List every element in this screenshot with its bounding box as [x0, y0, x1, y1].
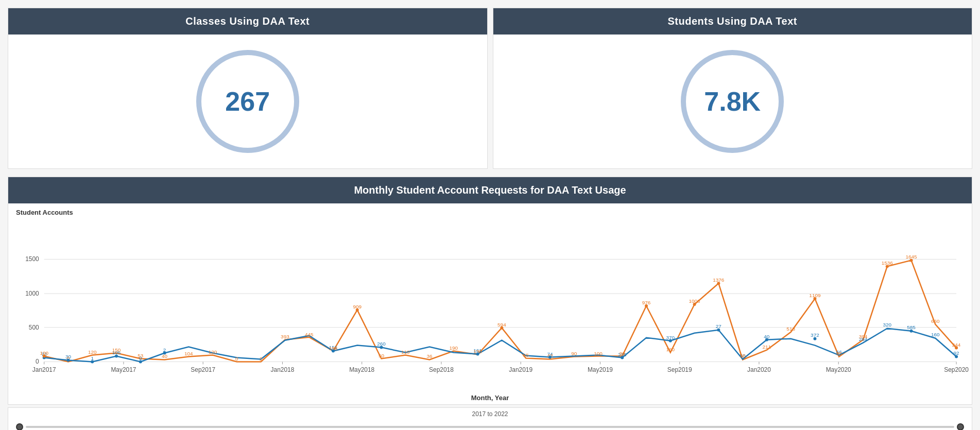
svg-text:95: 95 — [836, 351, 843, 356]
svg-text:May2020: May2020 — [826, 366, 851, 373]
svg-text:Sep2019: Sep2019 — [667, 366, 692, 373]
svg-text:27: 27 — [716, 323, 722, 329]
svg-text:1500: 1500 — [25, 255, 39, 263]
svg-text:660: 660 — [931, 318, 940, 324]
classes-circle: 267 — [196, 50, 299, 153]
svg-point-119 — [955, 347, 958, 350]
svg-text:Sep2020: Sep2020 — [944, 366, 969, 373]
timeline-start-dot[interactable] — [16, 423, 23, 430]
svg-text:May2017: May2017 — [111, 366, 136, 373]
classes-value: 267 — [225, 86, 270, 117]
svg-text:585: 585 — [907, 324, 916, 330]
svg-text:211: 211 — [763, 344, 771, 350]
svg-text:104: 104 — [184, 351, 193, 356]
svg-point-102 — [548, 356, 552, 359]
svg-text:372: 372 — [811, 332, 819, 338]
svg-point-104 — [669, 339, 672, 342]
svg-point-106 — [765, 338, 768, 341]
svg-point-115 — [717, 282, 720, 285]
timeline-range-label: 2017 to 2022 — [16, 410, 964, 418]
svg-text:160: 160 — [931, 332, 940, 337]
svg-text:50: 50 — [379, 353, 385, 358]
svg-point-110 — [43, 355, 46, 358]
svg-text:2: 2 — [260, 356, 263, 362]
svg-point-109 — [955, 355, 958, 358]
svg-point-103 — [621, 356, 624, 359]
svg-text:36: 36 — [740, 353, 746, 359]
x-axis-label: Month, Year — [13, 394, 967, 402]
svg-text:90: 90 — [571, 351, 577, 356]
svg-text:1000: 1000 — [25, 290, 39, 297]
svg-text:Jan2019: Jan2019 — [509, 366, 532, 373]
svg-point-113 — [645, 304, 648, 307]
svg-text:Jan2017: Jan2017 — [32, 366, 56, 373]
svg-point-108 — [910, 330, 913, 333]
svg-point-96 — [115, 355, 118, 358]
svg-text:518: 518 — [786, 326, 795, 332]
students-card: Students Using DAA Text 7.8K — [493, 8, 973, 169]
line-chart: 0 500 1000 1500 Jan2017 May2017 Sep2017 … — [13, 218, 967, 393]
svg-point-107 — [813, 337, 816, 340]
svg-text:500: 500 — [29, 324, 39, 331]
timeline-track[interactable] — [26, 426, 954, 428]
svg-text:98: 98 — [620, 351, 626, 356]
svg-text:110: 110 — [401, 349, 410, 355]
svg-point-100 — [380, 346, 383, 349]
svg-text:Jan2018: Jan2018 — [271, 366, 295, 373]
svg-text:53: 53 — [137, 353, 144, 359]
svg-text:0: 0 — [36, 358, 39, 365]
svg-text:92: 92 — [954, 350, 960, 356]
svg-text:May2018: May2018 — [349, 366, 374, 373]
svg-text:36: 36 — [427, 354, 433, 359]
svg-point-114 — [693, 303, 696, 306]
svg-point-118 — [910, 259, 913, 262]
svg-point-111 — [356, 308, 359, 312]
timeline-bar[interactable] — [16, 419, 964, 430]
chart-title: Monthly Student Account Requests for DAA… — [8, 177, 972, 203]
classes-card-title: Classes Using DAA Text — [8, 8, 487, 35]
svg-text:Sep2018: Sep2018 — [429, 366, 454, 373]
svg-text:320: 320 — [883, 322, 891, 328]
svg-point-112 — [500, 326, 503, 330]
svg-text:120: 120 — [88, 349, 97, 355]
svg-text:190: 190 — [450, 345, 458, 351]
svg-point-95 — [91, 360, 94, 363]
svg-point-98 — [163, 352, 166, 355]
svg-point-99 — [332, 350, 335, 353]
svg-point-101 — [476, 353, 479, 356]
svg-text:Jan2020: Jan2020 — [747, 366, 771, 373]
svg-point-97 — [139, 360, 142, 363]
timeline-section: 2017 to 2022 2017 2022 — [8, 407, 972, 430]
students-card-body: 7.8K — [670, 35, 794, 168]
svg-text:0: 0 — [235, 356, 238, 362]
y-axis-label: Student Accounts — [16, 209, 967, 216]
svg-text:260: 260 — [377, 341, 386, 347]
students-card-title: Students Using DAA Text — [493, 8, 972, 35]
svg-text:150: 150 — [112, 347, 121, 353]
svg-text:393: 393 — [281, 334, 289, 339]
timeline-end-dot[interactable] — [957, 423, 964, 430]
students-value: 7.8K — [704, 86, 761, 117]
svg-text:Sep2017: Sep2017 — [191, 366, 215, 373]
svg-text:160: 160 — [666, 347, 675, 352]
svg-text:65: 65 — [523, 352, 529, 358]
svg-point-94 — [66, 358, 70, 362]
svg-point-116 — [813, 297, 816, 300]
classes-card: Classes Using DAA Text 267 — [8, 8, 488, 169]
svg-text:May2019: May2019 — [588, 366, 613, 373]
svg-text:394: 394 — [859, 334, 868, 339]
svg-text:445: 445 — [305, 332, 314, 337]
chart-section: Monthly Student Account Requests for DAA… — [8, 177, 972, 405]
svg-point-105 — [717, 329, 720, 332]
top-stats-row: Classes Using DAA Text 267 Students Usin… — [0, 0, 980, 174]
svg-point-117 — [886, 265, 889, 268]
blue-line — [44, 329, 956, 362]
svg-text:100: 100 — [594, 351, 603, 356]
students-circle: 7.8K — [681, 50, 784, 153]
svg-text:120: 120 — [209, 349, 217, 355]
chart-container: Student Accounts 0 500 1000 1500 — [8, 203, 972, 404]
classes-card-body: 267 — [186, 35, 310, 168]
